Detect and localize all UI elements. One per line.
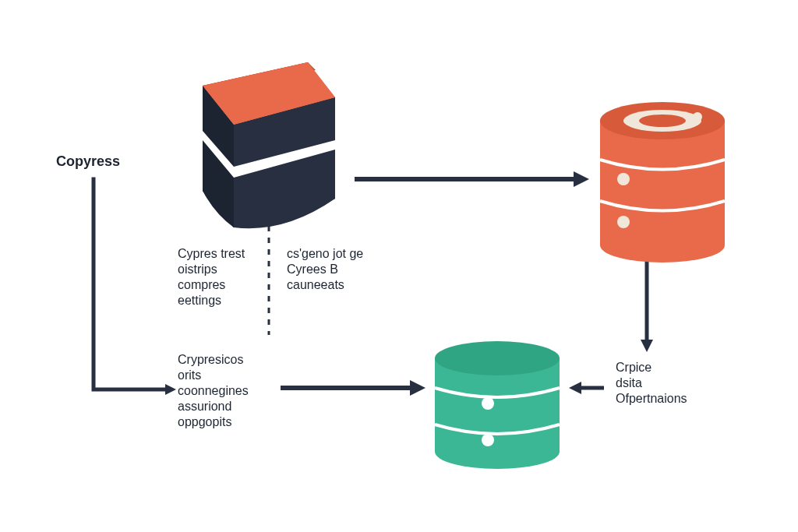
label-copyress: Copyress bbox=[56, 153, 120, 171]
svg-point-10 bbox=[693, 112, 702, 122]
arrow-cube-to-orange-db bbox=[355, 171, 589, 187]
arrow-orange-db-down bbox=[641, 257, 653, 352]
cube-icon bbox=[203, 62, 335, 228]
svg-point-6 bbox=[600, 228, 725, 262]
svg-point-11 bbox=[617, 173, 630, 185]
label-block-left: Cypres trest oistrips compres eettings bbox=[178, 246, 245, 308]
svg-point-9 bbox=[639, 115, 686, 127]
label-opertations: Crpice dsita Ofpertnaions bbox=[616, 360, 687, 407]
label-assuriond: Crypresicos orits coonnegines assuriond … bbox=[178, 352, 249, 430]
orange-db-icon bbox=[600, 102, 725, 262]
label-block-right: cs'geno jot ge Cyrees B cauneeats bbox=[287, 246, 363, 293]
svg-point-12 bbox=[617, 216, 630, 228]
green-db-icon bbox=[435, 341, 560, 469]
svg-point-16 bbox=[482, 397, 494, 410]
diagram-canvas bbox=[0, 0, 798, 532]
arrow-operations-to-green-db bbox=[569, 382, 604, 394]
svg-point-17 bbox=[482, 434, 494, 446]
svg-point-14 bbox=[435, 435, 560, 469]
arrow-assuriond-to-green-db bbox=[281, 380, 425, 396]
connector-copyress-to-cube bbox=[94, 179, 176, 395]
svg-point-15 bbox=[435, 341, 560, 375]
